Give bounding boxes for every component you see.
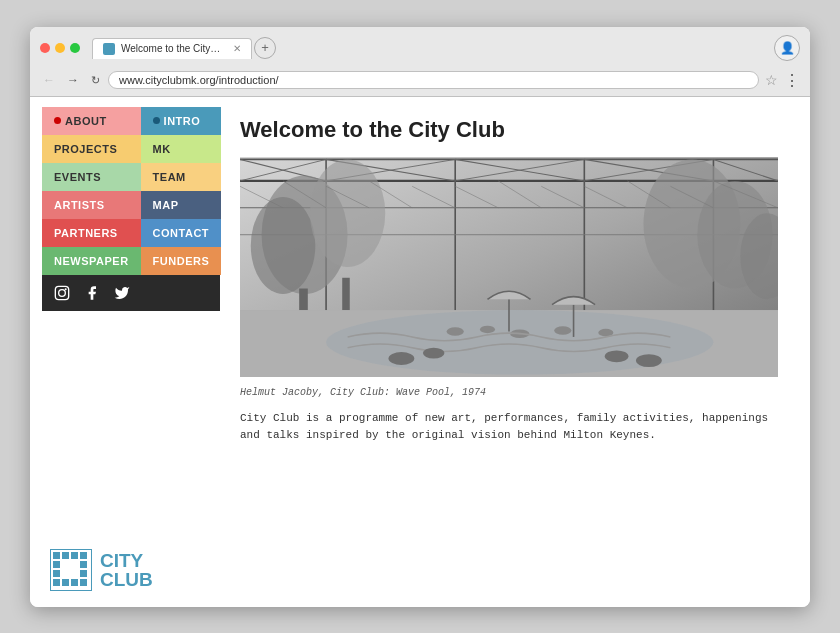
sidebar-item-intro[interactable]: INTRO <box>141 107 222 135</box>
nav-grid: ABOUT INTRO PROJECTS MK EVENTS <box>42 107 220 275</box>
svg-rect-5 <box>62 552 69 559</box>
tab-favicon <box>103 43 115 55</box>
svg-point-36 <box>251 197 316 294</box>
svg-rect-7 <box>80 552 87 559</box>
logo-text: CITY CLUB <box>100 551 153 589</box>
svg-rect-4 <box>53 552 60 559</box>
sidebar-item-mk[interactable]: MK <box>141 135 222 163</box>
svg-point-43 <box>480 325 495 333</box>
logo-grid-icon <box>50 549 92 591</box>
sidebar-item-artists[interactable]: ARTISTS <box>42 191 141 219</box>
tab-close-icon[interactable]: ✕ <box>233 43 241 54</box>
logo-club: CLUB <box>100 570 153 589</box>
hero-image <box>240 157 778 377</box>
svg-rect-13 <box>62 579 69 586</box>
traffic-lights <box>40 43 80 53</box>
sidebar-item-contact[interactable]: CONTACT <box>141 219 222 247</box>
svg-point-53 <box>636 354 662 367</box>
browser-tab-active[interactable]: Welcome to the City Club – … ✕ <box>92 38 252 59</box>
svg-rect-10 <box>53 570 60 577</box>
svg-point-45 <box>554 326 571 335</box>
svg-rect-11 <box>80 570 87 577</box>
logo-city: CITY <box>100 551 153 570</box>
tab-title: Welcome to the City Club – … <box>121 43 223 54</box>
svg-rect-0 <box>55 286 68 299</box>
svg-rect-12 <box>53 579 60 586</box>
twitter-icon[interactable] <box>112 283 132 303</box>
page-title: Welcome to the City Club <box>240 117 778 143</box>
refresh-button[interactable]: ↻ <box>88 73 102 87</box>
dot-icon <box>54 117 61 124</box>
svg-point-2 <box>65 288 67 290</box>
maximize-button[interactable] <box>70 43 80 53</box>
sidebar-item-partners[interactable]: PARTNERS <box>42 219 141 247</box>
page-content: ABOUT INTRO PROJECTS MK EVENTS <box>30 97 810 607</box>
sidebar-item-map[interactable]: MAP <box>141 191 222 219</box>
svg-point-42 <box>447 327 464 336</box>
forward-button[interactable]: → <box>64 71 82 89</box>
svg-point-37 <box>310 159 385 267</box>
browser-window: Welcome to the City Club – … ✕ + 👤 ← → ↻… <box>30 27 810 607</box>
svg-rect-6 <box>71 552 78 559</box>
svg-rect-8 <box>53 561 60 568</box>
image-caption: Helmut Jacoby, City Club: Wave Pool, 197… <box>240 387 778 398</box>
svg-point-52 <box>605 350 629 362</box>
address-bar: ← → ↻ www.cityclubmk.orgwww.cityclubmk.o… <box>30 67 810 96</box>
main-content-area: Welcome to the City Club <box>220 107 798 597</box>
minimize-button[interactable] <box>55 43 65 53</box>
svg-rect-9 <box>80 561 87 568</box>
url-text: www.cityclubmk.orgwww.cityclubmk.org/int… <box>119 74 279 86</box>
sidebar-item-events[interactable]: EVENTS <box>42 163 141 191</box>
menu-icon[interactable]: ⋮ <box>784 71 800 90</box>
sidebar-item-about[interactable]: ABOUT <box>42 107 141 135</box>
logo-section: CITY CLUB <box>42 535 220 597</box>
user-avatar[interactable]: 👤 <box>774 35 800 61</box>
sidebar-item-team[interactable]: TEAM <box>141 163 222 191</box>
svg-rect-14 <box>71 579 78 586</box>
browser-chrome: Welcome to the City Club – … ✕ + 👤 ← → ↻… <box>30 27 810 97</box>
svg-point-1 <box>59 289 66 296</box>
hero-sketch <box>240 157 778 377</box>
bookmark-icon[interactable]: ☆ <box>765 72 778 88</box>
url-bar[interactable]: www.cityclubmk.orgwww.cityclubmk.org/int… <box>108 71 759 89</box>
nav-menu: ABOUT INTRO PROJECTS MK EVENTS <box>42 107 220 535</box>
sidebar-item-newspaper[interactable]: NEWSPAPER <box>42 247 141 275</box>
facebook-icon[interactable] <box>82 283 102 303</box>
svg-point-50 <box>388 352 414 365</box>
sidebar-item-funders[interactable]: FUNDERS <box>141 247 222 275</box>
title-bar: Welcome to the City Club – … ✕ + 👤 <box>30 27 810 67</box>
close-button[interactable] <box>40 43 50 53</box>
social-bar <box>42 275 220 311</box>
instagram-icon[interactable] <box>52 283 72 303</box>
svg-rect-15 <box>80 579 87 586</box>
intro-text: City Club is a programme of new art, per… <box>240 410 778 445</box>
sidebar-item-projects[interactable]: PROJECTS <box>42 135 141 163</box>
left-column: ABOUT INTRO PROJECTS MK EVENTS <box>42 107 220 597</box>
dot-icon <box>153 117 160 124</box>
back-button[interactable]: ← <box>40 71 58 89</box>
new-tab-button[interactable]: + <box>254 37 276 59</box>
svg-point-51 <box>423 347 445 358</box>
